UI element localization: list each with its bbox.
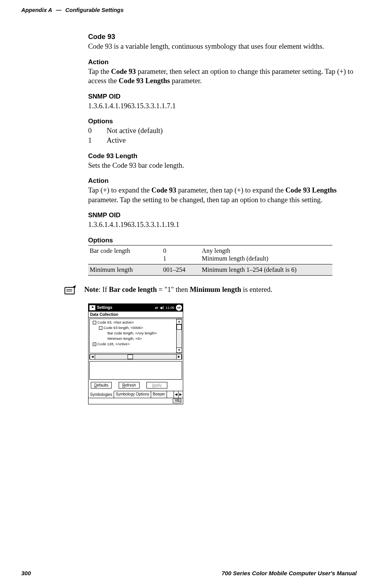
edit-panel[interactable] [89,361,182,380]
note-block: Note: If Bar code length = "1" then Mini… [88,285,359,297]
tree-view[interactable]: -Code 93, <Not active> -Code 93 length, … [89,319,182,353]
heading-snmp1: SNMP OID [88,93,359,101]
svg-rect-0 [65,287,75,294]
tab-symbologies[interactable]: Symbologies [89,391,114,398]
tab-symbology-options[interactable]: Symbology Options [114,391,151,398]
bold-code93-lengths-2: Code 93 Lengths [285,186,337,194]
clock-text[interactable]: 11:06 [165,306,174,310]
panel-title: Data Collection [89,312,183,318]
note-text: Note: If Bar code length = "1" then Mini… [84,285,272,295]
text-action1: Tap the Code 93 parameter, then select a… [88,67,359,86]
device-screenshot: ⚑ Settings ⇄ ◀ξ 11:06 ok Data Collection… [88,303,183,404]
table-row: Bar code length 0 1 Any length Minimum l… [88,245,332,264]
table-row: Minimum length 001–254 Minimum length 1–… [88,264,332,275]
heading-options2: Options [88,237,359,244]
scroll-left-icon[interactable]: ◀ [90,355,95,359]
option-row: 0Not active (default) [88,126,359,136]
window-title: Settings [97,305,155,310]
heading-options1: Options [88,118,359,125]
bold-code93-2: Code 93 [152,186,176,194]
bold-code93-lengths: Code 93 Lengths [119,77,170,85]
tab-scroll-left-icon[interactable]: ◀ [174,391,178,398]
ok-button[interactable]: ok [176,305,182,311]
cell-desc: Minimum length 1–254 (default is 6) [200,264,332,275]
scroll-thumb[interactable] [128,355,133,359]
cell-values: 0 1 [162,245,200,264]
defaults-button[interactable]: Defaults [91,382,112,389]
tree-item[interactable]: Minimum length, <6> [90,336,176,341]
heading-snmp2: SNMP OID [88,211,359,219]
header-section: Configurable Settings [65,7,124,13]
heading-code93: Code 93 [88,33,359,41]
cell-param: Bar code length [88,245,162,264]
cell-values: 001–254 [162,264,200,275]
tree-item[interactable]: -Code 93, <Not active> [90,320,176,325]
text-snmp1: 1.3.6.1.4.1.1963.15.3.3.1.1.7.1 [88,101,359,111]
page-header: Appendix A — Configurable Settings [21,7,124,13]
page-number: 300 [21,570,31,576]
text-action2: Tap (+) to expand the Code 93 parameter,… [88,186,359,205]
keyboard-icon[interactable]: ⌨ [173,399,181,403]
collapse-icon[interactable]: - [93,321,96,324]
vertical-scrollbar[interactable]: ▲ ▼ [176,319,182,353]
refresh-button[interactable]: Refresh [119,382,140,389]
start-flag-icon[interactable]: ⚑ [89,305,95,310]
button-row: Defaults Refresh Apply [89,381,183,391]
heading-action2: Action [88,177,359,185]
tree-item[interactable]: -Code 93 length, <0006> [90,325,176,331]
header-separator: — [56,7,62,13]
page-footer: 300 700 Series Color Mobile Computer Use… [21,570,357,576]
heading-action1: Action [88,58,359,66]
collapse-icon[interactable]: - [99,326,102,330]
header-appendix: Appendix A [21,7,52,13]
scroll-track[interactable] [177,324,182,348]
speaker-icon[interactable]: ◀ξ [160,306,164,310]
bold-code93: Code 93 [111,68,136,75]
tree-item[interactable]: Bar code length, <Any length> [90,331,176,336]
options-list1: 0Not active (default) 1Active [88,126,359,145]
note-icon [63,285,77,297]
cell-param: Minimum length [88,264,162,275]
tab-scroll-right-icon[interactable]: ▶ [178,391,183,398]
options-table: Bar code length 0 1 Any length Minimum l… [88,245,332,276]
tree-item[interactable]: +Code 128, <Active> [90,341,176,347]
apply-button: Apply [146,382,167,389]
scroll-down-icon[interactable]: ▼ [177,348,182,353]
heading-code93-length: Code 93 Length [88,152,359,160]
tab-strip: Symbologies Symbology Options Beeper ◀ ▶ [89,391,183,398]
window-titlebar: ⚑ Settings ⇄ ◀ξ 11:06 ok [89,304,183,312]
cell-desc: Any length Minimum length (default) [200,245,332,264]
text-code93-desc: Code 93 is a variable length, continuous… [88,42,359,51]
text-snmp2: 1.3.6.1.4.1.1963.15.3.3.1.1.19.1 [88,220,359,230]
tab-beeper[interactable]: Beeper [151,391,167,398]
scroll-up-icon[interactable]: ▲ [177,319,182,324]
horizontal-scrollbar[interactable]: ◀ ▶ [89,354,182,360]
footer-title: 700 Series Color Mobile Computer User's … [222,570,357,576]
scroll-right-icon[interactable]: ▶ [176,355,182,359]
scroll-track[interactable] [95,355,176,359]
connectivity-icon[interactable]: ⇄ [155,306,158,310]
sip-bar: ⌨ [89,398,183,404]
expand-icon[interactable]: + [93,343,96,346]
scroll-thumb[interactable] [177,324,182,330]
text-code93-length-desc: Sets the Code 93 bar code length. [88,161,359,170]
option-row: 1Active [88,136,359,145]
